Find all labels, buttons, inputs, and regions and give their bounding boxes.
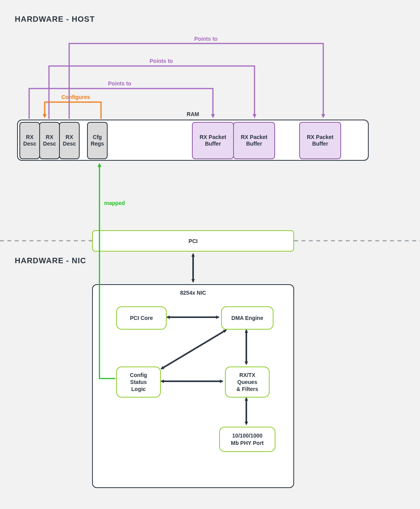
cell-rx-buf-2: RX PacketBuffer: [233, 122, 275, 159]
pci-bus: PCI: [92, 230, 294, 252]
label-mapped: mapped: [104, 200, 125, 206]
node-rxtx-queues: RX/TXQueues& Filters: [225, 367, 270, 398]
label-points-to-2: Points to: [150, 58, 173, 64]
ram-container: RAM RXDesc RXDesc RXDesc CfgRegs RX Pack…: [17, 120, 369, 161]
pci-label: PCI: [188, 238, 197, 244]
nic-title: 8254x NIC: [93, 290, 293, 296]
cell-rx-buf-1: RX PacketBuffer: [192, 122, 234, 159]
edge-points-to-buf3: [69, 43, 323, 119]
node-phy-port: 10/100/1000Mb PHY Port: [219, 427, 275, 452]
node-pci-core: PCI Core: [116, 306, 167, 330]
cell-rx-desc-1: RXDesc: [19, 122, 40, 159]
node-dma-engine: DMA Engine: [221, 306, 274, 330]
cell-rx-desc-2: RXDesc: [39, 122, 60, 159]
label-configures: Configures: [61, 94, 90, 100]
section-host-title: HARDWARE - HOST: [15, 15, 95, 24]
label-points-to-1: Points to: [194, 36, 218, 42]
nic-container: 8254x NIC PCI Core DMA Engine ConfigStat…: [92, 284, 294, 488]
cell-rx-buf-3: RX PacketBuffer: [299, 122, 341, 159]
cell-cfg-regs: CfgRegs: [87, 122, 108, 159]
diagram-canvas: HARDWARE - HOST HARDWARE - NIC RAM RXDes…: [0, 0, 420, 509]
label-points-to-3: Points to: [108, 80, 131, 87]
ram-title: RAM: [18, 111, 368, 117]
section-nic-title: HARDWARE - NIC: [15, 256, 86, 265]
node-config-status: ConfigStatusLogic: [116, 367, 161, 398]
cell-rx-desc-3: RXDesc: [59, 122, 80, 159]
